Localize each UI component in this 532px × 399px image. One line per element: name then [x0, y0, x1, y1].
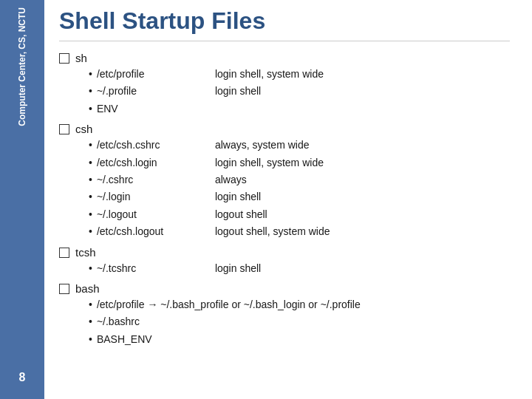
- item-name: ~/.tcshrc: [97, 260, 215, 276]
- item-desc: login shell: [215, 83, 261, 99]
- list-item: •~/.cshrcalways: [89, 171, 510, 188]
- list-item: •/etc/csh.logoutlogout shell, system wid…: [89, 223, 510, 239]
- list-item: •/etc/csh.cshrcalways, system wide: [89, 137, 510, 153]
- list-item: •/etc/profile → ~/.bash_profile or ~/.ba…: [89, 296, 510, 313]
- list-item: •ENV: [89, 100, 510, 117]
- section-header-csh: csh: [59, 123, 510, 135]
- item-name: ~/.bashrc: [97, 313, 215, 330]
- section-label-bash: bash: [75, 282, 100, 295]
- item-name: ~/.cshrc: [97, 171, 215, 188]
- section-tcsh: tcsh•~/.tcshrclogin shell: [59, 246, 510, 276]
- item-desc: always: [215, 171, 247, 188]
- item-name: /etc/csh.cshrc: [97, 137, 215, 153]
- sidebar: Computer Center, CS, NCTU 8: [0, 0, 44, 399]
- page-number: 8: [19, 371, 26, 392]
- list-item: •BASH_ENV: [89, 331, 510, 347]
- bullet-icon: •: [89, 188, 92, 205]
- section-csh: csh•/etc/csh.cshrcalways, system wide•/e…: [59, 123, 510, 239]
- item-name: ~/.login: [97, 188, 215, 205]
- checkbox-tcsh: [59, 248, 69, 258]
- bullet-icon: •: [89, 171, 92, 188]
- item-name: /etc/profile → ~/.bash_profile or ~/.bas…: [97, 296, 361, 313]
- section-header-tcsh: tcsh: [59, 246, 510, 259]
- items-list-sh: •/etc/profilelogin shell, system wide•~/…: [89, 66, 510, 117]
- list-item: •~/.profilelogin shell: [89, 83, 510, 99]
- item-desc: login shell, system wide: [215, 66, 324, 82]
- main-content: Shell Startup Files sh•/etc/profilelogin…: [44, 0, 532, 399]
- bullet-icon: •: [89, 154, 92, 171]
- item-desc: always, system wide: [215, 137, 310, 153]
- list-item: •~/.logoutlogout shell: [89, 206, 510, 222]
- list-item: •~/.tcshrclogin shell: [89, 260, 510, 276]
- page-title: Shell Startup Files: [59, 7, 510, 41]
- list-item: •/etc/profilelogin shell, system wide: [89, 66, 510, 82]
- bullet-icon: •: [89, 223, 92, 239]
- section-label-sh: sh: [75, 52, 87, 64]
- sidebar-text: Computer Center, CS, NCTU: [16, 7, 29, 126]
- section-label-tcsh: tcsh: [75, 246, 96, 259]
- list-item: •/etc/csh.loginlogin shell, system wide: [89, 154, 510, 171]
- list-item: •~/.loginlogin shell: [89, 188, 510, 205]
- section-header-sh: sh: [59, 52, 510, 64]
- bullet-icon: •: [89, 83, 92, 99]
- item-desc: login shell, system wide: [215, 154, 324, 171]
- checkbox-sh: [59, 53, 69, 64]
- item-desc: logout shell: [215, 206, 267, 222]
- item-name: /etc/profile: [97, 66, 215, 82]
- items-list-tcsh: •~/.tcshrclogin shell: [89, 260, 510, 276]
- checkbox-bash: [59, 284, 69, 294]
- item-name: ~/.profile: [97, 83, 215, 99]
- item-name: ENV: [97, 100, 215, 117]
- bullet-icon: •: [89, 331, 92, 347]
- bullet-icon: •: [89, 296, 92, 313]
- item-name: /etc/csh.login: [97, 154, 215, 171]
- item-desc: login shell: [215, 260, 261, 276]
- item-name: /etc/csh.logout: [97, 223, 215, 239]
- item-desc: login shell: [215, 188, 261, 205]
- bullet-icon: •: [89, 66, 92, 82]
- items-list-bash: •/etc/profile → ~/.bash_profile or ~/.ba…: [89, 296, 510, 347]
- bullet-icon: •: [89, 137, 92, 153]
- checkbox-csh: [59, 124, 69, 134]
- item-desc: logout shell, system wide: [215, 223, 330, 239]
- item-name: BASH_ENV: [97, 331, 215, 347]
- bullet-icon: •: [89, 313, 92, 330]
- section-sh: sh•/etc/profilelogin shell, system wide•…: [59, 52, 510, 117]
- section-label-csh: csh: [75, 123, 92, 135]
- bullet-icon: •: [89, 206, 92, 222]
- list-item: •~/.bashrc: [89, 313, 510, 330]
- item-name: ~/.logout: [97, 206, 215, 222]
- section-header-bash: bash: [59, 282, 510, 295]
- bullet-icon: •: [89, 100, 92, 117]
- section-bash: bash•/etc/profile → ~/.bash_profile or ~…: [59, 282, 510, 347]
- bullet-icon: •: [89, 260, 92, 276]
- items-list-csh: •/etc/csh.cshrcalways, system wide•/etc/…: [89, 137, 510, 239]
